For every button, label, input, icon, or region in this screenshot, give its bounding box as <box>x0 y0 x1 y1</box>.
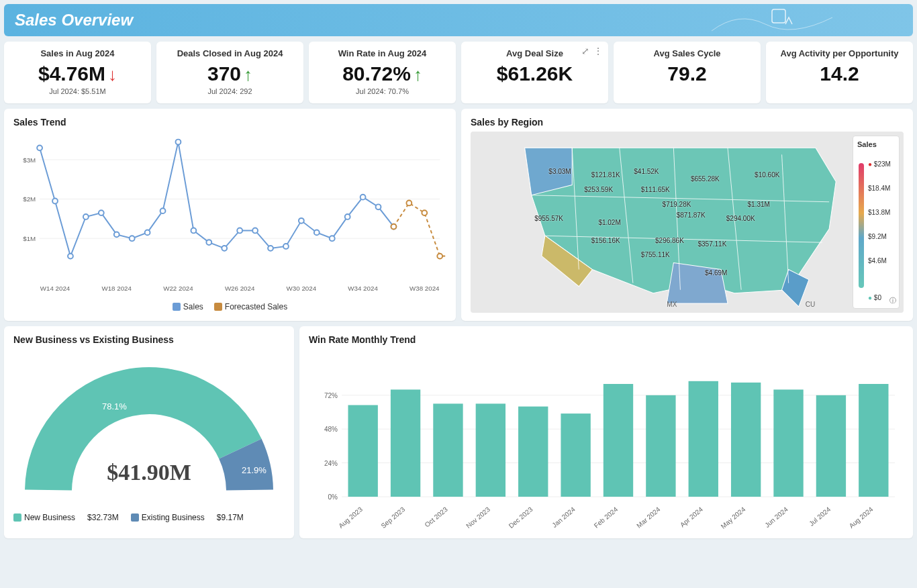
svg-point-16 <box>68 254 73 259</box>
svg-point-20 <box>130 236 135 241</box>
svg-point-19 <box>114 232 119 237</box>
svg-rect-0 <box>772 9 785 23</box>
page-header: Sales Overview <box>4 4 913 36</box>
kpi-sales[interactable]: Sales in Aug 2024 $4.76M↓ Jul 2024: $5.5… <box>4 42 151 103</box>
kpi-value: 80.72%↑ <box>342 62 422 85</box>
svg-point-38 <box>391 224 397 230</box>
svg-point-36 <box>376 204 381 209</box>
svg-point-26 <box>222 246 227 251</box>
svg-point-40 <box>422 210 427 215</box>
svg-text:Dec 2023: Dec 2023 <box>508 505 534 530</box>
svg-text:Sep 2023: Sep 2023 <box>379 505 406 530</box>
svg-rect-74 <box>646 395 675 497</box>
kpi-sub: Jul 2024: 70.7% <box>356 87 409 95</box>
gauge-total: $41.90M <box>107 460 191 485</box>
map-value-label: $755.11K <box>641 251 670 258</box>
svg-text:Apr 2024: Apr 2024 <box>679 505 704 529</box>
svg-rect-70 <box>561 413 590 497</box>
map-value-label: $4.69M <box>705 269 727 277</box>
svg-point-17 <box>83 214 89 219</box>
kpi-title: Avg Activity per Opportunity <box>781 48 899 58</box>
svg-text:$1M: $1M <box>23 235 36 242</box>
sales-region-map[interactable]: MX CU Sales ● $23M $18.4M $13.8M $9.2M $… <box>471 132 904 313</box>
panel-title: Sales Trend <box>13 117 446 128</box>
svg-text:Mar 2024: Mar 2024 <box>635 505 662 530</box>
map-value-label: $41.52K <box>634 168 659 175</box>
header-decoration <box>712 4 846 36</box>
svg-rect-64 <box>433 403 463 497</box>
new-pct: 78.1% <box>102 401 127 411</box>
svg-rect-60 <box>348 405 378 497</box>
legend-existing[interactable]: Existing Business <box>131 513 205 522</box>
svg-point-41 <box>437 254 442 259</box>
svg-point-27 <box>237 228 242 234</box>
map-value-label: $253.59K <box>584 186 613 193</box>
map-value-label: $955.57K <box>534 215 563 222</box>
kpi-value: $4.76M↓ <box>38 62 117 85</box>
existing-pct: 21.9% <box>242 465 267 475</box>
info-icon[interactable]: ⓘ <box>889 296 896 305</box>
kpi-salescycle[interactable]: Avg Sales Cycle 79.2 <box>614 42 761 103</box>
map-value-label: $156.16K <box>591 237 620 244</box>
kpi-activity[interactable]: Avg Activity per Opportunity 14.2 <box>766 42 913 103</box>
svg-text:Nov 2023: Nov 2023 <box>465 505 491 530</box>
winrate-chart: 0%24%48%72%Aug 2023Sep 2023Oct 2023Nov 2… <box>309 349 904 530</box>
svg-point-34 <box>345 214 350 219</box>
svg-rect-84 <box>859 384 888 497</box>
legend-forecast[interactable]: Forecasted Sales <box>214 302 287 311</box>
svg-text:72%: 72% <box>324 392 338 399</box>
svg-point-35 <box>360 195 366 200</box>
kpi-row: Sales in Aug 2024 $4.76M↓ Jul 2024: $5.5… <box>4 42 913 103</box>
kpi-deals[interactable]: Deals Closed in Aug 2024 370↑ Jul 2024: … <box>156 42 303 103</box>
panel-title: Sales by Region <box>471 117 904 128</box>
map-value-label: $296.86K <box>655 237 684 244</box>
svg-text:Jul 2024: Jul 2024 <box>808 505 832 528</box>
panel-title: Win Rate Monthly Trend <box>309 334 904 345</box>
kpi-title: Deals Closed in Aug 2024 <box>177 48 283 58</box>
legend-existing-val: $9.17M <box>217 513 244 522</box>
svg-point-24 <box>191 228 196 234</box>
new-vs-existing-panel[interactable]: New Business vs Existing Business 78.1% … <box>4 326 294 538</box>
kpi-title: Avg Sales Cycle <box>654 48 721 58</box>
trend-up-icon: ↑ <box>244 64 252 85</box>
legend-new[interactable]: New Business <box>13 513 75 522</box>
svg-rect-78 <box>731 383 761 497</box>
svg-point-18 <box>99 210 104 215</box>
expand-icon[interactable]: ⤢ <box>581 46 589 56</box>
svg-point-23 <box>176 140 181 145</box>
legend-sales[interactable]: Sales <box>173 302 203 311</box>
more-icon[interactable]: ⋮ <box>593 46 603 56</box>
svg-point-31 <box>299 218 304 224</box>
svg-text:W22 2024: W22 2024 <box>163 285 193 292</box>
svg-text:Jan 2024: Jan 2024 <box>550 505 577 529</box>
map-value-label: $121.81K <box>591 171 620 179</box>
svg-text:W38 2024: W38 2024 <box>409 285 440 292</box>
svg-rect-80 <box>773 389 803 497</box>
biz-legend: New Business $32.73M Existing Business $… <box>13 513 285 522</box>
sales-region-panel[interactable]: Sales by Region <box>461 109 913 321</box>
sales-trend-panel[interactable]: Sales Trend $1M$2M$3MW14 2024W18 2024W22… <box>4 109 456 321</box>
kpi-value: 14.2 <box>820 62 859 85</box>
svg-text:W18 2024: W18 2024 <box>101 285 132 292</box>
kpi-winrate[interactable]: Win Rate in Aug 2024 80.72%↑ Jul 2024: 7… <box>309 42 456 103</box>
svg-text:24%: 24% <box>324 460 338 467</box>
country-label-cu: CU <box>806 301 816 308</box>
svg-point-33 <box>330 236 335 241</box>
svg-point-28 <box>252 228 258 234</box>
kpi-dealsize[interactable]: ⤢ ⋮ Avg Deal Size $61.26K <box>461 42 608 103</box>
sales-trend-legend: Sales Forecasted Sales <box>13 302 446 311</box>
svg-rect-76 <box>689 381 718 497</box>
svg-point-32 <box>314 230 320 236</box>
map-value-label: $1.31M <box>748 201 770 208</box>
map-value-label: $3.03M <box>548 168 571 175</box>
map-value-label: $111.65K <box>641 186 670 193</box>
winrate-trend-panel[interactable]: Win Rate Monthly Trend 0%24%48%72%Aug 20… <box>299 326 913 538</box>
kpi-value: 79.2 <box>667 62 706 85</box>
country-label-mx: MX <box>667 301 677 308</box>
kpi-value: $61.26K <box>497 62 573 85</box>
svg-text:W30 2024: W30 2024 <box>287 285 317 292</box>
svg-point-14 <box>37 145 42 150</box>
svg-text:$2M: $2M <box>23 195 36 203</box>
map-value-label: $655.28K <box>691 175 720 183</box>
map-value-label: $294.00K <box>726 215 755 222</box>
